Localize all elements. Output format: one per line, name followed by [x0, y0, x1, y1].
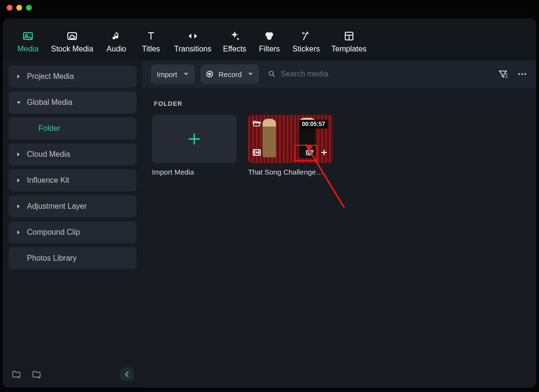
chevron-right-icon: [16, 74, 21, 79]
chevron-right-icon: [16, 152, 21, 157]
transitions-icon: [187, 30, 199, 42]
delete-folder-button[interactable]: [30, 367, 43, 381]
sidebar: Project Media Global Media Folder Cloud …: [3, 61, 142, 388]
chevron-down-icon: [16, 100, 21, 105]
camera-sparkle-icon: [305, 148, 314, 157]
chevron-right-icon: [16, 230, 21, 235]
sidebar-item-folder[interactable]: Folder: [9, 117, 137, 139]
clip-actions: [305, 148, 329, 159]
media-grid-area: FOLDER Import Media: [142, 88, 536, 186]
sidebar-item-adjustment-layer[interactable]: Adjustment Layer: [9, 195, 137, 217]
chevron-right-icon: [16, 178, 21, 183]
card-label: That Song Challenge…: [248, 168, 333, 176]
chevron-down-icon: [248, 71, 253, 77]
plus-icon: [319, 148, 329, 157]
sidebar-footer: [9, 366, 137, 383]
sidebar-item-label: Cloud Media: [27, 150, 70, 159]
sidebar-item-photos-library[interactable]: Photos Library: [9, 247, 137, 269]
filters-icon: [263, 30, 275, 42]
import-media-card: Import Media: [152, 115, 237, 176]
sidebar-item-label: Adjustment Layer: [27, 202, 87, 211]
sidebar-nav: Project Media Global Media Folder Cloud …: [9, 65, 137, 366]
svg-point-7: [269, 71, 273, 75]
import-media-tile[interactable]: [152, 115, 237, 163]
import-dropdown[interactable]: Import: [151, 64, 195, 84]
more-options-button[interactable]: [517, 69, 527, 79]
svg-point-9: [521, 73, 523, 75]
svg-point-8: [518, 73, 520, 75]
toolbar: Import Record: [142, 61, 536, 88]
media-icon: [22, 30, 34, 42]
titles-icon: [145, 30, 157, 42]
section-title: FOLDER: [154, 100, 526, 107]
tab-stock-media[interactable]: Stock Media: [51, 30, 93, 53]
sidebar-item-global-media[interactable]: Global Media: [9, 91, 137, 114]
media-clip-thumb[interactable]: 00:05:57: [248, 115, 333, 163]
tab-filters[interactable]: Filters: [258, 30, 281, 53]
new-folder-button[interactable]: [10, 367, 23, 381]
tab-label: Audio: [107, 45, 126, 53]
media-clip-card: 00:05:57: [248, 115, 333, 176]
templates-icon: [343, 30, 355, 42]
stickers-icon: [301, 30, 312, 42]
sidebar-item-cloud-media[interactable]: Cloud Media: [9, 143, 137, 165]
filter-icon: [498, 69, 508, 79]
folder-open-icon: [252, 119, 262, 128]
card-label: Import Media: [152, 168, 237, 176]
filmstrip-icon: [252, 148, 262, 157]
record-dropdown[interactable]: Record: [201, 64, 259, 84]
folder-x-icon: [32, 369, 41, 379]
maximize-window-button[interactable]: [26, 5, 32, 11]
chevron-right-icon: [16, 204, 21, 209]
filter-sort-button[interactable]: [498, 69, 508, 79]
search-icon: [268, 70, 276, 78]
tab-label: Transitions: [174, 45, 212, 53]
plus-icon: [186, 131, 202, 147]
tab-transitions[interactable]: Transitions: [174, 30, 212, 53]
tab-label: Titles: [142, 45, 160, 53]
content-pane: Import Record: [142, 61, 536, 388]
top-nav: Media Stock Media Audio Titles Transitio…: [3, 18, 536, 61]
sidebar-item-influence-kit[interactable]: Influence Kit: [9, 169, 137, 191]
tab-label: Filters: [259, 45, 280, 53]
sidebar-item-project-media[interactable]: Project Media: [9, 65, 137, 88]
app-frame: Media Stock Media Audio Titles Transitio…: [3, 18, 536, 388]
window-titlebar: [0, 0, 539, 15]
tab-titles[interactable]: Titles: [139, 30, 163, 53]
tab-label: Stock Media: [51, 45, 93, 53]
tab-stickers[interactable]: Stickers: [292, 30, 320, 53]
smart-proxy-button[interactable]: [305, 148, 314, 159]
scene-detect-badge[interactable]: [252, 148, 262, 159]
open-folder-badge[interactable]: [252, 119, 262, 130]
cloud-media-icon: [66, 30, 78, 42]
sidebar-item-label: Influence Kit: [27, 176, 69, 185]
sidebar-item-compound-clip[interactable]: Compound Clip: [9, 221, 137, 243]
sidebar-item-label: Compound Clip: [27, 228, 80, 237]
import-label: Import: [157, 70, 177, 78]
tab-effects[interactable]: Effects: [223, 30, 247, 53]
ellipsis-icon: [517, 69, 527, 79]
svg-point-10: [525, 73, 526, 75]
record-icon: [206, 71, 213, 77]
search-wrap: [265, 70, 492, 78]
media-grid: Import Media 00:05:57: [152, 115, 526, 176]
audio-icon: [111, 30, 122, 42]
svg-point-13: [308, 152, 311, 154]
close-window-button[interactable]: [7, 5, 13, 11]
thumb-figure: [263, 119, 276, 157]
duration-badge: 00:05:57: [299, 120, 328, 128]
minimize-window-button[interactable]: [16, 5, 22, 11]
chevron-left-icon: [124, 371, 130, 378]
tab-label: Templates: [331, 45, 366, 53]
sidebar-item-label: Global Media: [27, 98, 72, 107]
tab-audio[interactable]: Audio: [105, 30, 128, 53]
tab-media[interactable]: Media: [16, 30, 39, 53]
collapse-sidebar-button[interactable]: [120, 367, 134, 381]
tab-label: Stickers: [292, 45, 320, 53]
tab-templates[interactable]: Templates: [331, 30, 366, 53]
sidebar-item-label: Folder: [38, 124, 60, 132]
chevron-down-icon: [183, 71, 189, 77]
effects-icon: [229, 30, 240, 42]
search-input[interactable]: [281, 70, 492, 78]
add-to-timeline-button[interactable]: [319, 148, 329, 159]
